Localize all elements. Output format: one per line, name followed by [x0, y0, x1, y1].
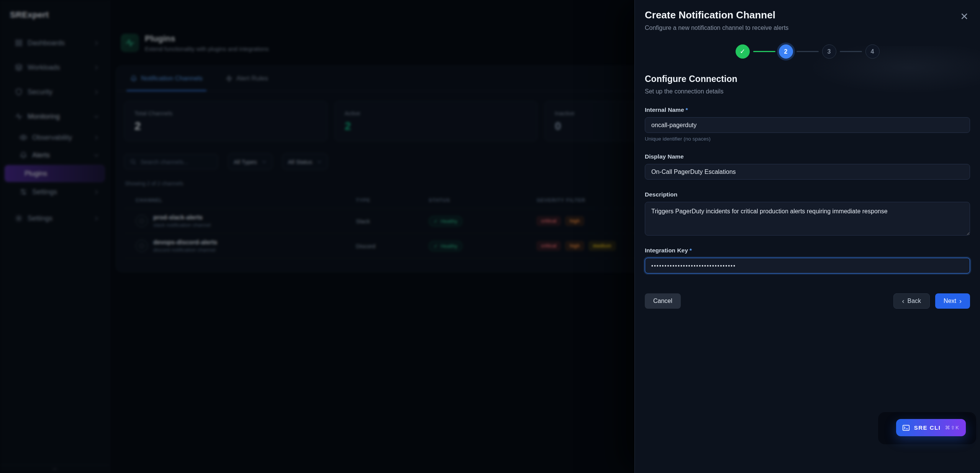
description-textarea[interactable]	[645, 202, 970, 236]
step-connector	[840, 51, 862, 52]
next-label: Next	[944, 298, 956, 304]
step-1-done: ✓	[736, 44, 750, 59]
required-asterisk: *	[690, 247, 692, 254]
field-label-text: Display Name	[645, 153, 684, 160]
terminal-icon	[902, 424, 910, 432]
drawer-subtitle: Configure a new notification channel to …	[645, 25, 970, 31]
internal-name-input[interactable]	[645, 117, 970, 133]
internal-name-helper: Unique identifier (no spaces)	[645, 136, 970, 142]
step-3: 3	[822, 44, 836, 59]
step-2-active: 2	[779, 44, 793, 59]
field-label-text: Internal Name	[645, 106, 684, 113]
step-connector	[753, 51, 775, 52]
step-4: 4	[865, 44, 880, 59]
display-name-label: Display Name	[645, 153, 970, 160]
create-channel-drawer: ✕ Create Notification Channel Configure …	[634, 0, 980, 473]
back-button[interactable]: ‹ Back	[893, 293, 930, 309]
drawer-title: Create Notification Channel	[645, 9, 970, 21]
step-number: 4	[871, 48, 874, 55]
required-asterisk: *	[686, 106, 688, 113]
chevron-left-icon: ‹	[902, 298, 905, 304]
field-label-text: Description	[645, 191, 677, 198]
integration-key-label: Integration Key*	[645, 247, 970, 254]
section-subtitle: Set up the connection details	[645, 88, 970, 95]
close-button[interactable]: ✕	[959, 10, 970, 23]
drawer-actions: Cancel ‹ Back Next ›	[645, 293, 970, 309]
next-button[interactable]: Next ›	[935, 293, 970, 309]
cancel-button[interactable]: Cancel	[645, 293, 681, 309]
close-icon: ✕	[960, 11, 969, 22]
cli-shortcut: ⌘⇧K	[945, 425, 960, 430]
section-title: Configure Connection	[645, 74, 970, 84]
stepper: ✓ 2 3 4	[645, 44, 970, 59]
internal-name-label: Internal Name*	[645, 106, 970, 113]
display-name-input[interactable]	[645, 164, 970, 180]
step-number: 3	[828, 48, 831, 55]
step-number: 2	[784, 48, 788, 55]
cli-label: SRE CLI	[914, 424, 941, 431]
integration-key-input[interactable]	[645, 258, 970, 273]
back-label: Back	[908, 298, 921, 304]
sre-cli-button[interactable]: SRE CLI ⌘⇧K	[896, 419, 966, 436]
step-connector	[796, 51, 819, 52]
field-label-text: Integration Key	[645, 247, 688, 254]
check-icon: ✓	[740, 47, 745, 56]
description-label: Description	[645, 191, 970, 198]
chevron-right-icon: ›	[959, 298, 962, 304]
